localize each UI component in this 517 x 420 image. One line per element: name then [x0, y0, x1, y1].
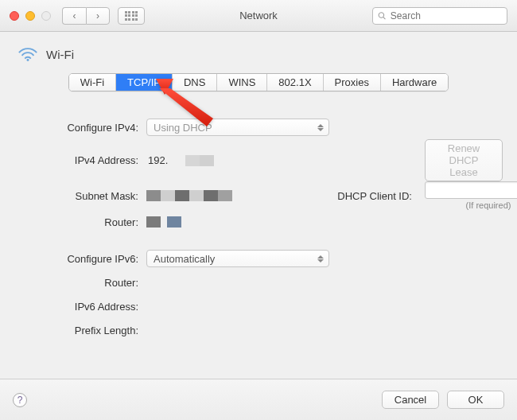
dhcp-client-id-input[interactable] — [425, 181, 517, 199]
cancel-button[interactable]: Cancel — [382, 391, 439, 409]
show-all-button[interactable] — [118, 7, 145, 25]
search-field[interactable] — [372, 7, 507, 25]
nav-buttons: ‹ › — [62, 7, 110, 25]
titlebar: ‹ › Network — [0, 0, 517, 32]
grid-icon — [125, 11, 138, 21]
annotation-arrow-icon — [151, 79, 223, 129]
tab-8021x[interactable]: 802.1X — [267, 74, 323, 91]
svg-point-0 — [27, 59, 29, 61]
window-controls — [10, 11, 51, 21]
tab-proxies[interactable]: Proxies — [324, 74, 381, 91]
dhcp-client-id-label: DHCP Client ID: — [337, 190, 417, 202]
help-button[interactable]: ? — [13, 393, 27, 407]
prefix-length-label: Prefix Length: — [14, 325, 138, 336]
subnet-mask-label: Subnet Mask: — [14, 190, 138, 202]
if-required-label: (If required) — [425, 200, 517, 210]
search-input[interactable] — [391, 10, 502, 21]
chevron-updown-icon — [317, 124, 324, 131]
tab-bar: Wi-Fi TCP/IP DNS WINS 802.1X Proxies Har… — [68, 73, 449, 91]
subnet-mask-value — [146, 190, 329, 201]
ipv4-address-value: 192. — [146, 154, 329, 167]
configure-ipv6-label: Configure IPv6: — [14, 253, 138, 265]
chevron-updown-icon — [317, 255, 324, 262]
panel-title: Wi-Fi — [46, 48, 74, 61]
router-ipv6-label: Router: — [14, 277, 138, 289]
configure-ipv4-label: Configure IPv4: — [14, 122, 138, 134]
form-area: Configure IPv4: Using DHCP IPv4 Address:… — [14, 115, 503, 342]
configure-ipv6-select[interactable]: Automatically — [146, 250, 329, 267]
renew-dhcp-lease-button[interactable]: Renew DHCP Lease — [425, 139, 503, 181]
configure-ipv6-value: Automatically — [154, 253, 215, 265]
content: Wi-Fi Wi-Fi TCP/IP DNS WINS 802.1X Proxi… — [0, 32, 517, 342]
back-button[interactable]: ‹ — [62, 7, 86, 25]
forward-button[interactable]: › — [86, 7, 110, 25]
tab-hardware[interactable]: Hardware — [381, 74, 448, 91]
search-icon — [378, 11, 387, 21]
router-ipv4-label: Router: — [14, 216, 138, 228]
tab-wifi[interactable]: Wi-Fi — [69, 74, 116, 91]
minimize-icon[interactable] — [25, 11, 35, 21]
ok-button[interactable]: OK — [447, 391, 504, 409]
window-title: Network — [239, 10, 278, 21]
ipv4-address-label: IPv4 Address: — [14, 154, 138, 166]
tab-wins[interactable]: WINS — [217, 74, 267, 91]
panel-header: Wi-Fi — [14, 43, 503, 70]
svg-marker-2 — [159, 88, 213, 126]
ipv6-address-label: IPv6 Address: — [14, 301, 138, 313]
dialog-footer: ? Cancel OK — [0, 379, 517, 420]
close-icon[interactable] — [10, 11, 19, 21]
router-ipv4-value — [146, 216, 329, 228]
zoom-icon — [41, 11, 51, 21]
wifi-icon — [17, 46, 38, 62]
